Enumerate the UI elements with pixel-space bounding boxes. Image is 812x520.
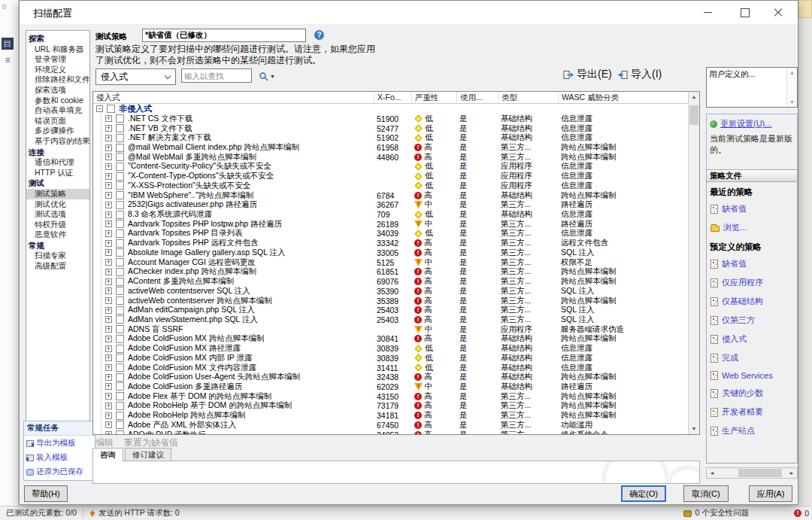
table-row[interactable]: +AChecker index.php 跨站点脚本编制61851高是第三方...… — [93, 267, 688, 277]
row-checkbox[interactable] — [116, 421, 124, 429]
row-checkbox[interactable] — [116, 325, 124, 333]
row-checkbox[interactable] — [116, 315, 124, 324]
row-checkbox[interactable] — [116, 402, 124, 410]
row-checkbox[interactable] — [116, 230, 124, 238]
row-checkbox[interactable] — [116, 335, 124, 343]
row-checkbox[interactable] — [116, 354, 124, 362]
scrollbar-thumb[interactable] — [689, 105, 698, 125]
nav-item[interactable]: 自动表单填充 — [26, 105, 89, 116]
policy-link[interactable]: 仅第三方 — [707, 311, 797, 330]
help-icon[interactable]: ? — [314, 30, 324, 40]
nav-item[interactable]: 测试选项 — [26, 209, 89, 220]
task-link[interactable]: 导出为模板 — [24, 436, 95, 450]
col-header-xforce[interactable]: X-Fo... — [374, 92, 411, 103]
row-checkbox[interactable] — [116, 191, 124, 199]
expand-icon[interactable]: + — [105, 383, 112, 390]
row-checkbox[interactable] — [116, 220, 124, 228]
col-header-type[interactable]: 类型 — [498, 92, 558, 103]
expand-icon[interactable]: + — [105, 144, 112, 151]
nav-item[interactable]: 基于内容的结果 — [26, 136, 89, 147]
minimize-button[interactable] — [692, 1, 723, 24]
expand-icon[interactable]: + — [105, 192, 112, 199]
table-row[interactable]: +Adobe ColdFusion MX 跨站点脚本编制30841高是基础结构跨… — [93, 334, 688, 344]
scroll-up-icon[interactable]: ▲ — [787, 70, 797, 75]
col-header-inuse[interactable]: 使用... — [456, 92, 498, 103]
user-defined-entry[interactable]: 用户定义的... — [709, 69, 755, 80]
row-checkbox[interactable] — [116, 373, 124, 382]
table-row[interactable]: +"X-XSS-Protection"头缺失或不安全低是应用程序信息泄露 — [93, 181, 688, 191]
ok-button[interactable]: 确定(O) — [621, 485, 666, 502]
expand-icon[interactable]: + — [105, 297, 112, 304]
nav-item[interactable]: 高级配置 — [26, 261, 89, 272]
policy-link[interactable]: 关键的少数 — [707, 384, 797, 403]
user-defined-listbox[interactable]: 用户定义的... ▲ ▼ — [706, 67, 798, 108]
expand-icon[interactable]: + — [105, 230, 112, 237]
view-filter-dropdown[interactable]: 侵入式 — [95, 68, 176, 85]
dialog-titlebar[interactable]: 扫描配置 — [20, 1, 798, 24]
expand-icon[interactable]: + — [105, 336, 112, 342]
policy-link[interactable]: 侵入式 — [707, 330, 797, 348]
close-button[interactable] — [763, 1, 793, 24]
tab-advisory[interactable]: 咨询 — [92, 448, 123, 462]
row-checkbox[interactable] — [116, 430, 124, 434]
nav-item[interactable]: 排除路径和文件 — [26, 75, 89, 85]
table-row[interactable]: +2532|Gigs activateuser.php 路径遍历36267中是第… — [93, 200, 688, 210]
row-checkbox[interactable] — [116, 211, 124, 219]
expand-icon[interactable]: + — [105, 202, 112, 208]
table-row[interactable]: +activeWeb contentserver SQL 注入35390高是第三… — [93, 286, 688, 296]
expand-icon[interactable]: + — [105, 240, 112, 247]
table-row[interactable]: +Adobe ColdFusion User-Agent 头跨站点脚本编制324… — [93, 373, 688, 382]
policy-link[interactable]: Web Services — [707, 367, 797, 384]
policy-link[interactable]: 开发者精要 — [707, 403, 797, 421]
apply-button[interactable]: 应用(A) — [749, 485, 792, 502]
expand-icon[interactable]: + — [105, 345, 112, 352]
table-row[interactable]: +.NET VB 文件下载52477低是基础结构信息泄露 — [93, 123, 688, 133]
row-checkbox[interactable] — [116, 201, 124, 209]
row-checkbox[interactable] — [116, 363, 124, 372]
task-link[interactable]: 装入模板 — [24, 450, 95, 464]
row-checkbox[interactable] — [116, 278, 124, 286]
col-header-wasc[interactable]: WASC 威胁分类 — [558, 92, 688, 103]
table-row[interactable]: +.NET CS 文件下载51900低是基础结构信息泄露 — [93, 114, 688, 124]
update-settings-link[interactable]: 更新设置(U)... — [710, 118, 794, 129]
expand-icon[interactable]: + — [105, 354, 112, 361]
policy-link[interactable]: 完成 — [707, 348, 797, 367]
maximize-button[interactable] — [730, 1, 760, 24]
expand-icon[interactable]: + — [105, 135, 112, 141]
expand-icon[interactable]: + — [105, 326, 112, 333]
expand-icon[interactable]: + — [105, 287, 112, 294]
nav-item[interactable]: 测试策略 — [26, 189, 89, 199]
row-checkbox[interactable] — [116, 239, 124, 248]
expand-icon[interactable]: + — [105, 220, 112, 227]
import-button[interactable]: 导入(I) — [617, 68, 662, 81]
row-checkbox[interactable] — [116, 392, 124, 400]
col-header-severity[interactable]: 严重性 — [411, 92, 456, 103]
expand-icon[interactable]: + — [105, 163, 112, 170]
table-row[interactable]: +Adobe ColdFusion MX 路径泄露30839低是基础结构信息泄露 — [93, 344, 688, 354]
expand-icon[interactable]: + — [105, 115, 112, 122]
table-row[interactable]: +AdMan viewStatement.php SQL 注入25403高是第三… — [93, 315, 688, 325]
row-checkbox[interactable] — [116, 306, 124, 315]
export-button[interactable]: 导出(E) — [563, 68, 612, 81]
nav-item[interactable]: 探索选项 — [26, 85, 89, 96]
table-row[interactable]: +"IBM WebSphere".."跨站点脚本编制6784高是基础结构跨站点脚… — [93, 190, 688, 200]
task-link[interactable]: 还原为已保存 — [24, 464, 95, 479]
policy-link[interactable]: 浏览... — [707, 218, 797, 237]
nav-item[interactable]: URL 和服务器 — [26, 44, 89, 55]
table-row[interactable]: +ADOdb PHP 函数执行24052高是第三方...操作系统命令 — [93, 430, 688, 434]
nav-item[interactable]: 特权升级 — [26, 220, 89, 230]
row-checkbox[interactable] — [116, 287, 124, 295]
row-checkbox[interactable] — [116, 268, 124, 276]
expand-icon[interactable]: + — [105, 421, 112, 428]
policy-link[interactable]: 缺省值 — [707, 199, 797, 218]
col-header-name[interactable]: 侵入式 — [93, 92, 374, 103]
nav-item[interactable]: 测试优化 — [26, 199, 89, 210]
table-scrollbar[interactable]: ▲ ▼ — [688, 92, 699, 434]
table-row[interactable]: +Adobe ColdFusion MX 文件内容泄露31411低是基础结构信息… — [93, 363, 688, 373]
row-checkbox[interactable] — [116, 114, 124, 123]
expand-icon[interactable]: + — [105, 211, 112, 218]
nav-item[interactable]: 多步骤操作 — [26, 126, 89, 136]
nav-item[interactable]: 登录管理 — [26, 54, 89, 65]
expand-icon[interactable]: + — [105, 249, 112, 256]
table-row[interactable]: +AdMan editCampaign.php SQL 注入25403高是第三方… — [93, 306, 688, 315]
